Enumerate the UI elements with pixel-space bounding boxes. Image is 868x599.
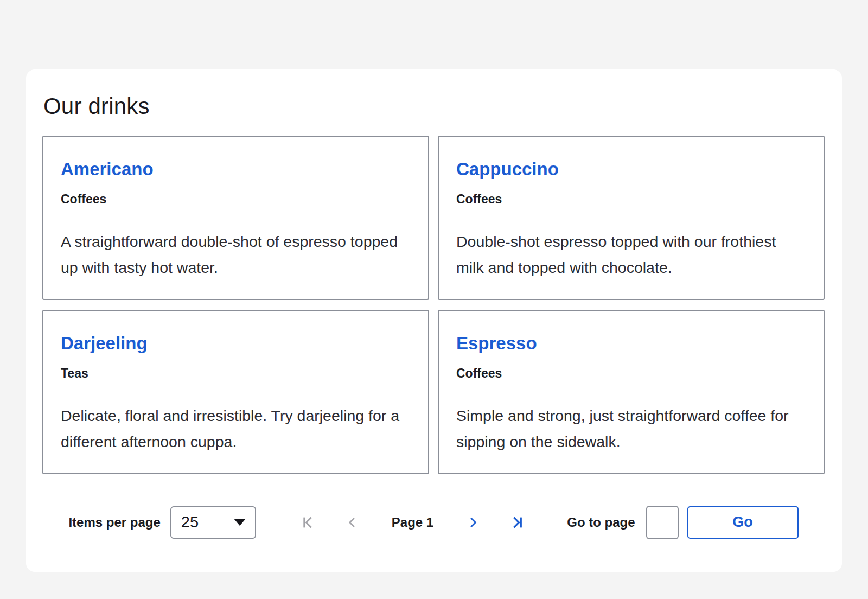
items-per-page-select[interactable]: 25 [170,506,256,539]
drink-card-americano: Americano Coffees A straightforward doub… [42,136,429,300]
go-to-page-input[interactable] [646,506,679,539]
pagination-bar: Items per page 25 [42,506,825,539]
drink-title-link[interactable]: Darjeeling [61,333,148,353]
drink-description: Double-shot espresso topped with our fro… [456,228,806,281]
next-page-button[interactable] [465,514,481,531]
drinks-grid: Americano Coffees A straightforward doub… [42,136,825,474]
page-indicator: Page 1 [388,515,437,530]
drink-card-darjeeling: Darjeeling Teas Delicate, floral and irr… [42,310,429,474]
go-to-page-label: Go to page [567,515,635,530]
items-per-page-value: 25 [181,513,199,531]
page-nav-group: Page 1 [299,514,526,531]
drink-title-link[interactable]: Americano [61,159,154,179]
first-page-icon [299,514,316,531]
previous-page-button[interactable] [344,514,360,531]
drink-title-link[interactable]: Espresso [456,333,537,353]
chevron-left-icon [345,514,359,531]
caret-down-icon [234,519,246,526]
drink-description: Simple and strong, just straightforward … [456,403,806,455]
chevron-right-icon [466,514,480,531]
drink-category: Coffees [61,192,411,207]
drink-description: A straightforward double-shot of espress… [61,228,411,281]
last-page-icon [509,514,526,531]
drink-category: Coffees [456,366,806,381]
drink-category: Teas [61,366,411,381]
drinks-panel: Our drinks Americano Coffees A straightf… [26,69,842,572]
page-title: Our drinks [43,93,825,119]
drink-category: Coffees [456,192,806,207]
drink-card-espresso: Espresso Coffees Simple and strong, just… [438,310,825,474]
drink-title-link[interactable]: Cappuccino [456,159,559,179]
drink-description: Delicate, floral and irresistible. Try d… [61,403,411,455]
drink-card-cappuccino: Cappuccino Coffees Double-shot espresso … [438,136,825,300]
first-page-button[interactable] [299,514,316,531]
items-per-page-label: Items per page [68,515,160,530]
go-button[interactable]: Go [687,506,799,539]
last-page-button[interactable] [509,514,526,531]
